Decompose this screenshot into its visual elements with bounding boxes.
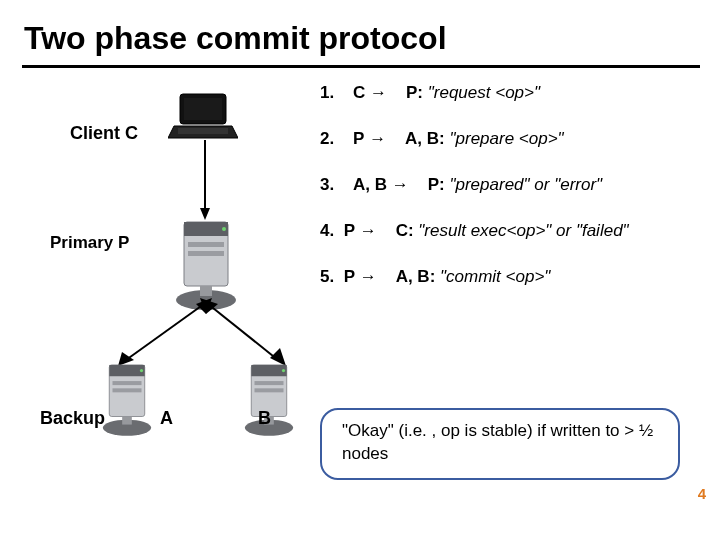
step-number: 4. xyxy=(320,221,334,240)
step-to: P: xyxy=(406,83,423,102)
svg-point-9 xyxy=(222,227,226,231)
arrow-icon: → xyxy=(360,221,377,240)
step-message: "commit <op>" xyxy=(440,267,550,286)
svg-rect-28 xyxy=(255,388,284,392)
step-from: P xyxy=(344,221,355,240)
step-from: P xyxy=(353,129,364,148)
step-from: P xyxy=(344,267,355,286)
arrow-icon: → xyxy=(392,175,409,194)
svg-rect-19 xyxy=(109,365,144,376)
svg-point-22 xyxy=(140,369,143,372)
step-1: 1. C → P: "request <op>" xyxy=(320,82,700,104)
network-diagram: Client C Primary P xyxy=(40,78,310,478)
svg-marker-17 xyxy=(200,298,218,314)
content-area: Client C Primary P xyxy=(0,68,720,508)
arrow-icon: → xyxy=(370,83,387,102)
slide-number: 4 xyxy=(698,485,706,502)
svg-rect-2 xyxy=(178,128,228,134)
step-4: 4. P → C: "result exec<op>" or "failed" xyxy=(320,220,700,242)
step-to: A, B: xyxy=(405,129,445,148)
svg-rect-27 xyxy=(255,381,284,385)
step-number: 1. xyxy=(320,83,334,102)
step-from: C xyxy=(353,83,365,102)
client-label: Client C xyxy=(70,123,138,144)
step-message: "prepared" or "error" xyxy=(449,175,602,194)
svg-rect-21 xyxy=(113,388,142,392)
svg-rect-11 xyxy=(200,286,212,296)
svg-rect-6 xyxy=(184,222,228,236)
primary-label: Primary P xyxy=(50,233,129,253)
step-message: "result exec<op>" or "failed" xyxy=(418,221,628,240)
slide-title: Two phase commit protocol xyxy=(0,0,720,65)
backup-label: Backup xyxy=(40,408,105,429)
step-2: 2. P → A, B: "prepare <op>" xyxy=(320,128,700,150)
svg-line-12 xyxy=(126,304,204,360)
stability-callout: "Okay" (i.e. , op is stable) if written … xyxy=(320,408,680,480)
step-to: C: xyxy=(396,221,414,240)
protocol-steps: 1. C → P: "request <op>" 2. P → A, B: "p… xyxy=(320,82,700,312)
step-message: "prepare <op>" xyxy=(449,129,563,148)
step-number: 3. xyxy=(320,175,334,194)
step-number: 2. xyxy=(320,129,334,148)
arrow-client-primary xyxy=(198,140,212,220)
node-a-label: A xyxy=(160,408,173,429)
step-to: A, B: xyxy=(396,267,436,286)
svg-rect-8 xyxy=(188,251,224,256)
node-b-label: B xyxy=(258,408,271,429)
laptop-icon xyxy=(168,92,238,142)
arrow-icon: → xyxy=(360,267,377,286)
step-to: P: xyxy=(428,175,445,194)
step-5: 5. P → A, B: "commit <op>" xyxy=(320,266,700,288)
step-message: "request <op>" xyxy=(428,83,540,102)
svg-rect-20 xyxy=(113,381,142,385)
step-number: 5. xyxy=(320,267,334,286)
step-from: A, B xyxy=(353,175,387,194)
svg-rect-24 xyxy=(122,417,132,425)
svg-rect-1 xyxy=(184,98,222,120)
server-icon xyxy=(98,360,156,440)
arrow-icon: → xyxy=(369,129,386,148)
svg-point-29 xyxy=(282,369,285,372)
svg-line-15 xyxy=(208,304,278,360)
step-3: 3. A, B → P: "prepared" or "error" xyxy=(320,174,700,196)
svg-rect-26 xyxy=(251,365,286,376)
svg-rect-7 xyxy=(188,242,224,247)
